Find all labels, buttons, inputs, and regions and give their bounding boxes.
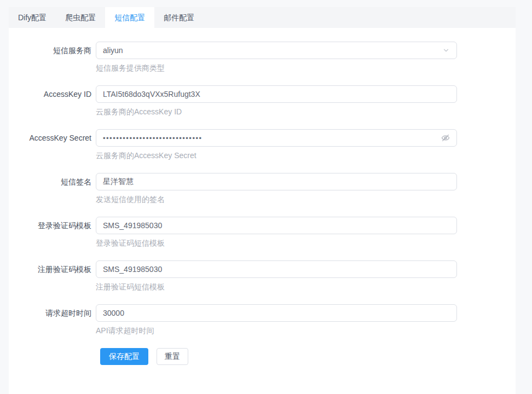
register-code-template-hint: 注册验证码短信模板 [96,282,457,292]
reset-button[interactable]: 重置 [157,348,188,365]
chevron-down-icon [442,47,450,54]
login-code-template-control [96,217,457,234]
register-code-template-control [96,260,457,278]
sms-config-form: 短信服务商 短信服务提供商类型 AccessKey ID 云服务商的Access… [9,28,516,365]
sms-signature-control [96,173,457,190]
form-actions: 保存配置 重置 [100,348,516,365]
request-timeout-hint: API请求超时时间 [96,326,457,336]
accesskey-secret-control [96,129,457,147]
accesskey-secret-label: AccessKey Secret [9,129,96,161]
accesskey-secret-hint: 云服务商的AccessKey Secret [96,151,457,161]
tab-dify-config[interactable]: Dify配置 [9,7,56,28]
register-code-template-input[interactable] [103,265,450,274]
login-code-template-hint: 登录验证码短信模板 [96,239,457,248]
form-row-request-timeout: 请求超时时间 API请求超时时间 [9,304,516,336]
tab-sms-config[interactable]: 短信配置 [105,7,154,28]
accesskey-id-hint: 云服务商的AccessKey ID [96,107,457,117]
form-row-register-code-template: 注册验证码模板 注册验证码短信模板 [9,260,516,292]
config-tabbar: Dify配置 爬虫配置 短信配置 邮件配置 [9,7,516,28]
sms-signature-label: 短信签名 [9,173,96,205]
register-code-template-label: 注册验证码模板 [9,260,96,292]
sms-provider-hint: 短信服务提供商类型 [96,63,457,73]
form-row-accesskey-secret: AccessKey Secret 云服务商的AccessKey Secret [9,129,516,161]
login-code-template-label: 登录验证码模板 [9,217,96,248]
login-code-template-input[interactable] [103,221,450,230]
sms-provider-select[interactable] [96,42,457,59]
tab-crawler-config[interactable]: 爬虫配置 [56,7,105,28]
request-timeout-label: 请求超时时间 [9,304,96,336]
request-timeout-input[interactable] [103,309,450,317]
sms-provider-label: 短信服务商 [9,42,96,73]
save-config-button[interactable]: 保存配置 [100,348,148,365]
form-row-accesskey-id: AccessKey ID 云服务商的AccessKey ID [9,85,516,117]
accesskey-id-label: AccessKey ID [9,85,96,117]
form-row-sms-provider: 短信服务商 短信服务提供商类型 [9,42,516,73]
tab-mail-config[interactable]: 邮件配置 [154,7,204,28]
form-row-sms-signature: 短信签名 发送短信使用的签名 [9,173,516,205]
accesskey-secret-input[interactable] [103,134,437,142]
sms-provider-value[interactable] [103,46,438,55]
accesskey-id-input[interactable] [103,90,450,99]
settings-panel: Dify配置 爬虫配置 短信配置 邮件配置 短信服务商 短信服务提供商类型 Ac… [9,7,516,394]
accesskey-id-control [96,85,457,103]
request-timeout-control [96,304,457,322]
eye-invisible-icon[interactable] [441,134,450,142]
sms-signature-hint: 发送短信使用的签名 [96,195,457,205]
sms-signature-input[interactable] [103,177,450,186]
form-row-login-code-template: 登录验证码模板 登录验证码短信模板 [9,217,516,248]
